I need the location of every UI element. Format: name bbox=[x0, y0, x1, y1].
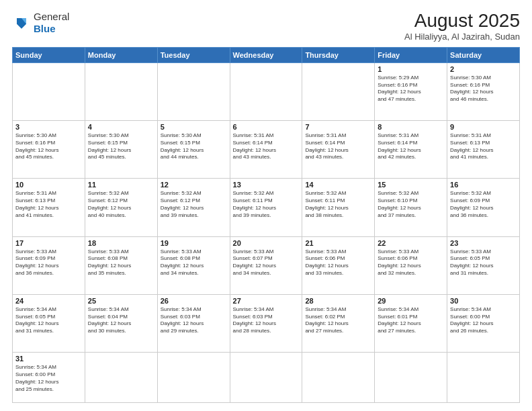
logo: General Blue bbox=[12, 11, 69, 35]
cell-day-number: 26 bbox=[161, 297, 227, 305]
calendar-cell bbox=[302, 353, 375, 403]
cell-day-number: 2 bbox=[450, 65, 517, 73]
cell-day-number: 17 bbox=[15, 239, 82, 247]
calendar-cell: 14Sunrise: 5:32 AM Sunset: 6:11 PM Dayli… bbox=[302, 179, 375, 236]
cell-day-number: 11 bbox=[88, 181, 154, 189]
cell-day-number: 18 bbox=[88, 239, 154, 247]
calendar-cell bbox=[85, 353, 157, 403]
calendar-cell: 2Sunrise: 5:30 AM Sunset: 6:16 PM Daylig… bbox=[447, 62, 520, 120]
calendar-cell bbox=[302, 62, 375, 120]
col-header-monday: Monday bbox=[85, 47, 157, 62]
cell-info-text: Sunrise: 5:30 AM Sunset: 6:15 PM Dayligh… bbox=[88, 132, 154, 161]
cell-info-text: Sunrise: 5:34 AM Sunset: 6:03 PM Dayligh… bbox=[233, 306, 300, 335]
cell-info-text: Sunrise: 5:32 AM Sunset: 6:10 PM Dayligh… bbox=[378, 190, 444, 219]
cell-info-text: Sunrise: 5:30 AM Sunset: 6:15 PM Dayligh… bbox=[161, 132, 227, 161]
calendar-cell bbox=[230, 353, 302, 403]
main-title: August 2025 bbox=[404, 11, 520, 32]
week-row-2: 10Sunrise: 5:31 AM Sunset: 6:13 PM Dayli… bbox=[13, 179, 520, 236]
calendar-cell bbox=[157, 353, 230, 403]
calendar-cell: 12Sunrise: 5:32 AM Sunset: 6:12 PM Dayli… bbox=[157, 179, 230, 236]
calendar-cell: 19Sunrise: 5:33 AM Sunset: 6:08 PM Dayli… bbox=[157, 236, 230, 294]
cell-info-text: Sunrise: 5:34 AM Sunset: 6:03 PM Dayligh… bbox=[161, 306, 227, 335]
cell-day-number: 21 bbox=[305, 239, 371, 247]
calendar-cell: 18Sunrise: 5:33 AM Sunset: 6:08 PM Dayli… bbox=[85, 236, 157, 294]
cell-day-number: 29 bbox=[378, 297, 444, 305]
cell-info-text: Sunrise: 5:29 AM Sunset: 6:16 PM Dayligh… bbox=[378, 75, 444, 103]
calendar-cell: 16Sunrise: 5:32 AM Sunset: 6:09 PM Dayli… bbox=[447, 179, 520, 236]
calendar-cell bbox=[157, 62, 230, 120]
title-block: August 2025 Al Hilaliyya, Al Jazirah, Su… bbox=[404, 11, 520, 42]
cell-info-text: Sunrise: 5:33 AM Sunset: 6:08 PM Dayligh… bbox=[161, 248, 227, 277]
cell-info-text: Sunrise: 5:31 AM Sunset: 6:14 PM Dayligh… bbox=[233, 132, 300, 161]
cell-info-text: Sunrise: 5:32 AM Sunset: 6:09 PM Dayligh… bbox=[450, 190, 517, 219]
cell-info-text: Sunrise: 5:33 AM Sunset: 6:06 PM Dayligh… bbox=[305, 248, 371, 277]
calendar-cell: 13Sunrise: 5:32 AM Sunset: 6:11 PM Dayli… bbox=[230, 179, 302, 236]
cell-info-text: Sunrise: 5:33 AM Sunset: 6:06 PM Dayligh… bbox=[378, 248, 444, 277]
calendar-cell: 24Sunrise: 5:34 AM Sunset: 6:05 PM Dayli… bbox=[13, 294, 85, 352]
calendar-cell: 17Sunrise: 5:33 AM Sunset: 6:09 PM Dayli… bbox=[13, 236, 85, 294]
header: General Blue August 2025 Al Hilaliyya, A… bbox=[12, 11, 520, 42]
cell-day-number: 3 bbox=[15, 123, 82, 131]
cell-info-text: Sunrise: 5:34 AM Sunset: 6:02 PM Dayligh… bbox=[305, 306, 371, 335]
cell-day-number: 23 bbox=[450, 239, 517, 247]
logo-icon bbox=[12, 13, 31, 32]
calendar-cell: 9Sunrise: 5:31 AM Sunset: 6:13 PM Daylig… bbox=[447, 121, 520, 179]
cell-day-number: 24 bbox=[15, 297, 82, 305]
calendar-cell: 11Sunrise: 5:32 AM Sunset: 6:12 PM Dayli… bbox=[85, 179, 157, 236]
cell-day-number: 7 bbox=[305, 123, 371, 131]
subtitle: Al Hilaliyya, Al Jazirah, Sudan bbox=[404, 32, 520, 42]
col-header-wednesday: Wednesday bbox=[230, 47, 302, 62]
cell-day-number: 12 bbox=[161, 181, 227, 189]
calendar-cell: 3Sunrise: 5:30 AM Sunset: 6:16 PM Daylig… bbox=[13, 121, 85, 179]
cell-day-number: 5 bbox=[161, 123, 227, 131]
calendar-cell: 29Sunrise: 5:34 AM Sunset: 6:01 PM Dayli… bbox=[375, 294, 447, 352]
col-header-tuesday: Tuesday bbox=[157, 47, 230, 62]
cell-info-text: Sunrise: 5:33 AM Sunset: 6:07 PM Dayligh… bbox=[233, 248, 300, 277]
header-row: SundayMondayTuesdayWednesdayThursdayFrid… bbox=[13, 47, 520, 62]
cell-info-text: Sunrise: 5:31 AM Sunset: 6:14 PM Dayligh… bbox=[378, 132, 444, 161]
calendar-cell bbox=[447, 353, 520, 403]
calendar-cell bbox=[375, 353, 447, 403]
cell-info-text: Sunrise: 5:33 AM Sunset: 6:08 PM Dayligh… bbox=[88, 248, 154, 277]
cell-info-text: Sunrise: 5:32 AM Sunset: 6:12 PM Dayligh… bbox=[161, 190, 227, 219]
cell-day-number: 4 bbox=[88, 123, 154, 131]
cell-day-number: 22 bbox=[378, 239, 444, 247]
week-row-0: 1Sunrise: 5:29 AM Sunset: 6:16 PM Daylig… bbox=[13, 62, 520, 120]
calendar-cell: 5Sunrise: 5:30 AM Sunset: 6:15 PM Daylig… bbox=[157, 121, 230, 179]
calendar-cell: 30Sunrise: 5:34 AM Sunset: 6:00 PM Dayli… bbox=[447, 294, 520, 352]
cell-info-text: Sunrise: 5:34 AM Sunset: 6:01 PM Dayligh… bbox=[378, 306, 444, 335]
cell-info-text: Sunrise: 5:32 AM Sunset: 6:11 PM Dayligh… bbox=[305, 190, 371, 219]
logo-text: General Blue bbox=[34, 11, 69, 35]
cell-day-number: 25 bbox=[88, 297, 154, 305]
cell-day-number: 1 bbox=[378, 65, 444, 73]
col-header-sunday: Sunday bbox=[13, 47, 85, 62]
cell-info-text: Sunrise: 5:31 AM Sunset: 6:13 PM Dayligh… bbox=[450, 132, 517, 161]
week-row-4: 24Sunrise: 5:34 AM Sunset: 6:05 PM Dayli… bbox=[13, 294, 520, 352]
calendar-cell bbox=[13, 62, 85, 120]
calendar-cell: 8Sunrise: 5:31 AM Sunset: 6:14 PM Daylig… bbox=[375, 121, 447, 179]
cell-info-text: Sunrise: 5:30 AM Sunset: 6:16 PM Dayligh… bbox=[450, 75, 517, 103]
calendar-cell: 10Sunrise: 5:31 AM Sunset: 6:13 PM Dayli… bbox=[13, 179, 85, 236]
cell-info-text: Sunrise: 5:34 AM Sunset: 6:00 PM Dayligh… bbox=[450, 306, 517, 335]
calendar-cell: 1Sunrise: 5:29 AM Sunset: 6:16 PM Daylig… bbox=[375, 62, 447, 120]
cell-info-text: Sunrise: 5:33 AM Sunset: 6:05 PM Dayligh… bbox=[450, 248, 517, 277]
cell-info-text: Sunrise: 5:31 AM Sunset: 6:13 PM Dayligh… bbox=[15, 190, 82, 219]
calendar-cell: 25Sunrise: 5:34 AM Sunset: 6:04 PM Dayli… bbox=[85, 294, 157, 352]
cell-day-number: 15 bbox=[378, 181, 444, 189]
cell-day-number: 19 bbox=[161, 239, 227, 247]
calendar-cell: 28Sunrise: 5:34 AM Sunset: 6:02 PM Dayli… bbox=[302, 294, 375, 352]
cell-info-text: Sunrise: 5:32 AM Sunset: 6:11 PM Dayligh… bbox=[233, 190, 300, 219]
cell-day-number: 31 bbox=[15, 355, 82, 363]
cell-day-number: 8 bbox=[378, 123, 444, 131]
col-header-friday: Friday bbox=[375, 47, 447, 62]
cell-day-number: 27 bbox=[233, 297, 300, 305]
calendar-cell: 23Sunrise: 5:33 AM Sunset: 6:05 PM Dayli… bbox=[447, 236, 520, 294]
calendar-cell bbox=[85, 62, 157, 120]
calendar-cell: 31Sunrise: 5:34 AM Sunset: 6:00 PM Dayli… bbox=[13, 353, 85, 403]
cell-day-number: 10 bbox=[15, 181, 82, 189]
cell-info-text: Sunrise: 5:31 AM Sunset: 6:14 PM Dayligh… bbox=[305, 132, 371, 161]
calendar-cell: 22Sunrise: 5:33 AM Sunset: 6:06 PM Dayli… bbox=[375, 236, 447, 294]
cell-day-number: 6 bbox=[233, 123, 300, 131]
cell-info-text: Sunrise: 5:34 AM Sunset: 6:04 PM Dayligh… bbox=[88, 306, 154, 335]
cell-info-text: Sunrise: 5:30 AM Sunset: 6:16 PM Dayligh… bbox=[15, 132, 82, 161]
